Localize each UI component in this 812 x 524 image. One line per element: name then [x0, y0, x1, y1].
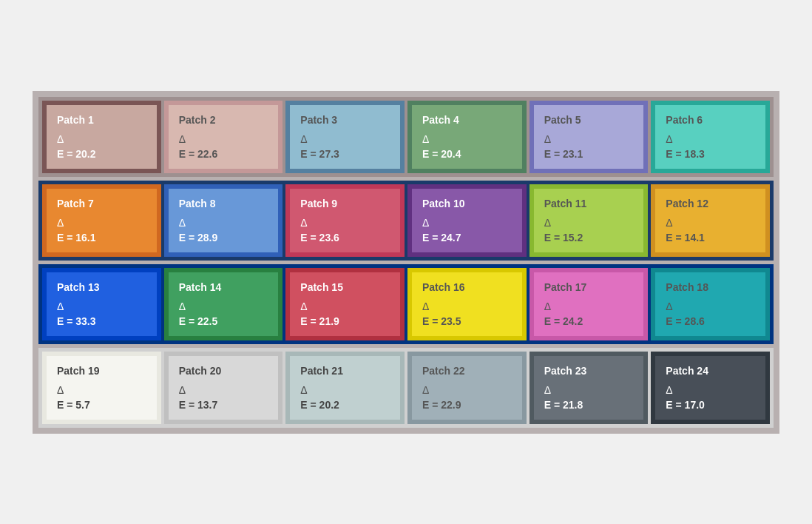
patch-3-inner: Patch 3ΔE = 27.3	[290, 105, 400, 169]
patch-22-outer: Patch 22ΔE = 22.9	[407, 352, 527, 424]
patch-4-inner: Patch 4ΔE = 20.4	[412, 105, 522, 169]
patch-5-inner: Patch 5ΔE = 23.1	[534, 105, 644, 169]
patch-18-title: Patch 18	[666, 281, 755, 293]
patch-16-inner: Patch 16ΔE = 23.5	[412, 272, 522, 336]
grid-container: Patch 1ΔE = 20.2Patch 2ΔE = 22.6Patch 3Δ…	[33, 91, 779, 434]
patch-4-outer: Patch 4ΔE = 20.4	[407, 101, 527, 173]
patch-18-e-value: E = 28.6	[666, 315, 755, 327]
patch-23-inner: Patch 23ΔE = 21.8	[534, 356, 644, 420]
patch-20-outer: Patch 20ΔE = 13.7	[164, 352, 283, 424]
patch-8-inner: Patch 8ΔE = 28.9	[169, 189, 279, 252]
patch-19-title: Patch 19	[57, 365, 146, 377]
patch-18-inner: Patch 18ΔE = 28.6	[655, 272, 765, 336]
patch-2-e-value: E = 22.6	[179, 148, 268, 160]
patch-5-title: Patch 5	[544, 114, 634, 126]
patch-5-outer: Patch 5ΔE = 23.1	[530, 101, 649, 173]
patch-11-outer: Patch 11ΔE = 15.2	[530, 184, 649, 257]
patch-9-delta: Δ	[300, 217, 390, 229]
patch-24-inner: Patch 24ΔE = 17.0	[655, 356, 765, 420]
patch-17-delta: Δ	[544, 300, 634, 312]
patch-24-title: Patch 24	[666, 365, 755, 377]
patch-21-e-value: E = 20.2	[300, 399, 390, 411]
patch-6-title: Patch 6	[666, 114, 755, 126]
patch-17-outer: Patch 17ΔE = 24.2	[530, 268, 649, 340]
patch-20-delta: Δ	[179, 384, 268, 396]
patch-10-delta: Δ	[422, 217, 512, 229]
patch-3-delta: Δ	[300, 133, 390, 145]
patch-18-delta: Δ	[666, 300, 755, 312]
patch-23-e-value: E = 21.8	[544, 399, 634, 411]
patch-21-title: Patch 21	[300, 365, 390, 377]
patch-16-delta: Δ	[422, 300, 512, 312]
patch-19-inner: Patch 19ΔE = 5.7	[47, 356, 157, 420]
patch-15-delta: Δ	[300, 300, 390, 312]
patch-18-outer: Patch 18ΔE = 28.6	[651, 268, 770, 340]
patch-7-inner: Patch 7ΔE = 16.1	[47, 189, 157, 252]
patch-13-inner: Patch 13ΔE = 33.3	[47, 272, 157, 336]
patch-13-delta: Δ	[57, 300, 146, 312]
patch-6-delta: Δ	[666, 133, 755, 145]
patch-23-title: Patch 23	[544, 365, 634, 377]
patch-3-outer: Patch 3ΔE = 27.3	[285, 101, 405, 173]
patch-8-delta: Δ	[179, 217, 268, 229]
patch-13-outer: Patch 13ΔE = 33.3	[42, 268, 161, 340]
patch-22-title: Patch 22	[422, 365, 512, 377]
patch-1-e-value: E = 20.2	[57, 148, 146, 160]
patch-17-e-value: E = 24.2	[544, 315, 634, 327]
patch-24-outer: Patch 24ΔE = 17.0	[651, 352, 770, 424]
patch-8-title: Patch 8	[179, 198, 268, 209]
patch-14-inner: Patch 14ΔE = 22.5	[169, 272, 279, 336]
patch-6-outer: Patch 6ΔE = 18.3	[651, 101, 770, 173]
patch-5-e-value: E = 23.1	[544, 148, 634, 160]
patch-22-delta: Δ	[422, 384, 512, 396]
patch-21-inner: Patch 21ΔE = 20.2	[290, 356, 400, 420]
patch-13-title: Patch 13	[57, 281, 146, 293]
patch-22-inner: Patch 22ΔE = 22.9	[412, 356, 522, 420]
patch-2-title: Patch 2	[179, 114, 268, 126]
patch-7-title: Patch 7	[57, 198, 146, 209]
patch-4-title: Patch 4	[422, 114, 512, 126]
patch-4-e-value: E = 20.4	[422, 148, 512, 160]
patch-2-inner: Patch 2ΔE = 22.6	[169, 105, 279, 169]
patch-24-e-value: E = 17.0	[666, 399, 755, 411]
row-1: Patch 1ΔE = 20.2Patch 2ΔE = 22.6Patch 3Δ…	[38, 97, 774, 177]
patch-12-e-value: E = 14.1	[666, 232, 755, 243]
patch-17-inner: Patch 17ΔE = 24.2	[534, 272, 644, 336]
patch-3-title: Patch 3	[300, 114, 390, 126]
patch-11-title: Patch 11	[544, 198, 634, 209]
patch-9-title: Patch 9	[300, 198, 390, 209]
row-2: Patch 7ΔE = 16.1Patch 8ΔE = 28.9Patch 9Δ…	[38, 181, 774, 261]
patch-8-outer: Patch 8ΔE = 28.9	[164, 184, 283, 257]
patch-14-outer: Patch 14ΔE = 22.5	[164, 268, 283, 340]
patch-12-outer: Patch 12ΔE = 14.1	[651, 184, 770, 257]
patch-16-outer: Patch 16ΔE = 23.5	[407, 268, 527, 340]
patch-10-outer: Patch 10ΔE = 24.7	[407, 184, 527, 257]
patch-7-delta: Δ	[57, 217, 146, 229]
patch-14-e-value: E = 22.5	[179, 315, 268, 327]
patch-15-inner: Patch 15ΔE = 21.9	[290, 272, 400, 336]
patch-9-outer: Patch 9ΔE = 23.6	[285, 184, 405, 257]
patch-17-title: Patch 17	[544, 281, 634, 293]
patch-12-delta: Δ	[666, 217, 755, 229]
patch-15-title: Patch 15	[300, 281, 390, 293]
patch-23-outer: Patch 23ΔE = 21.8	[530, 352, 649, 424]
patch-11-e-value: E = 15.2	[544, 232, 634, 243]
patch-15-outer: Patch 15ΔE = 21.9	[285, 268, 405, 340]
patch-6-e-value: E = 18.3	[666, 148, 755, 160]
patch-20-e-value: E = 13.7	[179, 399, 268, 411]
patch-19-outer: Patch 19ΔE = 5.7	[42, 352, 161, 424]
patch-19-delta: Δ	[57, 384, 146, 396]
patch-1-inner: Patch 1ΔE = 20.2	[47, 105, 157, 169]
patch-10-title: Patch 10	[422, 198, 512, 209]
patch-7-outer: Patch 7ΔE = 16.1	[42, 184, 161, 257]
patch-24-delta: Δ	[666, 384, 755, 396]
patch-16-e-value: E = 23.5	[422, 315, 512, 327]
patch-16-title: Patch 16	[422, 281, 512, 293]
patch-14-title: Patch 14	[179, 281, 268, 293]
patch-15-e-value: E = 21.9	[300, 315, 390, 327]
patch-6-inner: Patch 6ΔE = 18.3	[655, 105, 765, 169]
patch-21-outer: Patch 21ΔE = 20.2	[285, 352, 405, 424]
patch-20-inner: Patch 20ΔE = 13.7	[169, 356, 279, 420]
patch-14-delta: Δ	[179, 300, 268, 312]
patch-7-e-value: E = 16.1	[57, 232, 146, 243]
